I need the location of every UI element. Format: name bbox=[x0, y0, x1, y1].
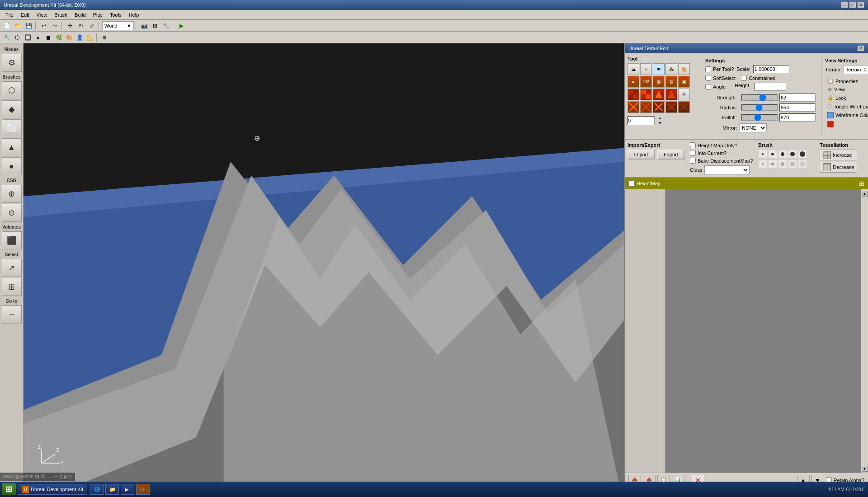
toolbar-btn-move[interactable]: ✛ bbox=[65, 21, 75, 30]
menu-edit[interactable]: Edit bbox=[17, 11, 33, 19]
left-btn-select-1[interactable]: ↗ bbox=[2, 259, 22, 277]
left-btn-goto[interactable]: → bbox=[2, 305, 22, 324]
toolbar-btn-grid[interactable]: ⊞ bbox=[150, 21, 160, 30]
strength-slider[interactable] bbox=[741, 94, 778, 101]
mode-btn-3[interactable]: 🔲 bbox=[23, 33, 33, 42]
height-input[interactable] bbox=[755, 83, 786, 91]
mode-btn-6[interactable]: 🌿 bbox=[54, 33, 64, 42]
tool-btn-t3[interactable]: ▦ bbox=[653, 76, 665, 88]
left-btn-csg-1[interactable]: ⊕ bbox=[2, 185, 22, 203]
bake-disp-check[interactable] bbox=[690, 158, 696, 164]
tessellation-increase[interactable]: Increase bbox=[820, 150, 857, 160]
mode-btn-7[interactable]: 🎨 bbox=[64, 33, 74, 42]
taskbar-udk[interactable]: U Unreal Development Kit bbox=[18, 484, 87, 495]
menu-play[interactable]: Play bbox=[90, 11, 106, 19]
left-btn-volume[interactable]: ⬛ bbox=[2, 231, 22, 249]
view-extra[interactable] bbox=[825, 120, 868, 129]
toolbar-btn-new[interactable]: 📄 bbox=[2, 21, 12, 30]
falloff-input[interactable] bbox=[779, 113, 816, 122]
minimize-button[interactable]: ─ bbox=[841, 2, 848, 8]
toolbar-btn-play[interactable]: ▶ bbox=[176, 21, 186, 30]
left-btn-modes[interactable]: ⚙ bbox=[2, 54, 22, 72]
menu-file[interactable]: File bbox=[2, 11, 17, 19]
toolbar-btn-camera[interactable]: 📷 bbox=[139, 21, 149, 30]
tool-btn-t5[interactable]: ▣ bbox=[678, 76, 690, 88]
left-btn-brush-5[interactable]: ● bbox=[2, 157, 22, 175]
tool-btn-r1[interactable] bbox=[627, 89, 639, 100]
toolbar-btn-rotate[interactable]: ↻ bbox=[76, 21, 86, 30]
tool-btn-s1[interactable] bbox=[627, 101, 639, 113]
tool-num-down[interactable]: ▼ bbox=[656, 121, 664, 125]
terrain-dropdown[interactable]: Terrain_0 bbox=[844, 65, 868, 74]
tool-btn-noise[interactable]: ⁂ bbox=[665, 63, 677, 75]
heightmap-expand[interactable]: ⊞ bbox=[859, 180, 864, 187]
left-btn-csg-2[interactable]: ⊖ bbox=[2, 204, 22, 222]
import-button[interactable]: Import bbox=[627, 150, 655, 159]
brush-dot-5[interactable] bbox=[798, 150, 807, 159]
left-btn-brush-1[interactable]: ⬡ bbox=[2, 81, 22, 99]
brush-dot-2[interactable] bbox=[768, 150, 777, 159]
into-current-check[interactable] bbox=[690, 150, 696, 156]
view-toggle-wireframe[interactable]: ⬡ Toggle Wireframe on/off bbox=[825, 102, 868, 111]
falloff-slider[interactable] bbox=[741, 114, 778, 121]
toolbar-btn-snap[interactable]: 🔧 bbox=[161, 21, 171, 30]
tool-btn-raise[interactable]: ⛰ bbox=[627, 63, 639, 75]
left-btn-brush-4[interactable]: ▲ bbox=[2, 138, 22, 156]
mode-btn-10[interactable]: ⊕ bbox=[99, 33, 109, 42]
tool-btn-t4[interactable]: ▤ bbox=[665, 76, 677, 88]
tool-btn-r3[interactable] bbox=[653, 89, 665, 100]
tool-btn-smooth[interactable]: 〰 bbox=[640, 63, 652, 75]
menu-view[interactable]: View bbox=[33, 11, 51, 19]
tool-btn-r4[interactable] bbox=[665, 89, 677, 100]
tool-btn-s5[interactable] bbox=[678, 101, 690, 113]
radius-input[interactable] bbox=[779, 103, 816, 112]
maximize-button[interactable]: □ bbox=[849, 2, 856, 8]
toolbar-btn-save[interactable]: 💾 bbox=[24, 21, 33, 30]
class-select[interactable] bbox=[704, 165, 750, 174]
strength-input[interactable] bbox=[779, 94, 816, 102]
tool-btn-addlayer[interactable]: ✚ bbox=[678, 89, 690, 100]
mirror-select[interactable]: NONE X Y XY bbox=[740, 123, 767, 132]
world-dropdown[interactable]: World ▼ bbox=[102, 21, 134, 30]
menu-build[interactable]: Build bbox=[71, 11, 89, 19]
left-btn-brush-2[interactable]: ◆ bbox=[2, 100, 22, 118]
brush-dot-1[interactable] bbox=[758, 150, 767, 159]
angle-check[interactable] bbox=[705, 84, 711, 90]
view-view[interactable]: 👁 View bbox=[825, 85, 868, 94]
brush-dot-6[interactable] bbox=[758, 159, 767, 169]
per-tool-check[interactable] bbox=[705, 66, 711, 72]
scroll-down[interactable]: ▼ bbox=[862, 465, 868, 472]
tool-btn-paintlayer[interactable]: 🎨 bbox=[678, 63, 690, 75]
view-wireframe-color[interactable]: Wireframe Color bbox=[825, 111, 868, 120]
tool-num-up[interactable]: ▲ bbox=[656, 116, 664, 120]
radius-slider[interactable] bbox=[741, 104, 778, 111]
mode-btn-1[interactable]: 🔧 bbox=[2, 33, 12, 42]
terrain-panel-close[interactable]: ✕ bbox=[857, 45, 864, 52]
toolbar-btn-open[interactable]: 📂 bbox=[13, 21, 23, 30]
scroll-up[interactable]: ▲ bbox=[862, 190, 868, 197]
scrollbar-thumb[interactable] bbox=[864, 197, 865, 464]
heightmap-checkbox[interactable] bbox=[628, 180, 635, 187]
tool-btn-flatten[interactable]: 〓 bbox=[653, 63, 665, 75]
brush-dot-4[interactable] bbox=[788, 150, 797, 159]
left-btn-brush-3[interactable]: ⬜ bbox=[2, 119, 22, 137]
view-lock[interactable]: 🔒 Lock bbox=[825, 94, 868, 102]
toolbar-btn-undo[interactable]: ↩ bbox=[39, 21, 49, 30]
brush-dot-10[interactable] bbox=[798, 159, 807, 169]
mode-btn-9[interactable]: 📐 bbox=[85, 33, 95, 42]
brush-dot-3[interactable] bbox=[778, 150, 787, 159]
view-properties[interactable]: 📋 Properties bbox=[825, 77, 868, 85]
scale-input[interactable] bbox=[753, 65, 789, 73]
mode-btn-5[interactable]: ◼ bbox=[43, 33, 53, 42]
left-btn-select-2[interactable]: ⊞ bbox=[2, 278, 22, 296]
soft-select-check[interactable] bbox=[705, 75, 711, 81]
tool-btn-s3[interactable] bbox=[653, 101, 665, 113]
mode-btn-4[interactable]: ▲ bbox=[33, 33, 43, 42]
tool-number-input[interactable] bbox=[627, 116, 655, 125]
tool-btn-t1[interactable]: ■ bbox=[627, 76, 639, 88]
tray-udk[interactable]: U bbox=[136, 484, 150, 495]
close-button[interactable]: ✕ bbox=[857, 2, 864, 8]
menu-tools[interactable]: Tools bbox=[106, 11, 125, 19]
mode-btn-8[interactable]: 👤 bbox=[75, 33, 85, 42]
tessellation-decrease[interactable]: Decrease bbox=[820, 162, 857, 173]
